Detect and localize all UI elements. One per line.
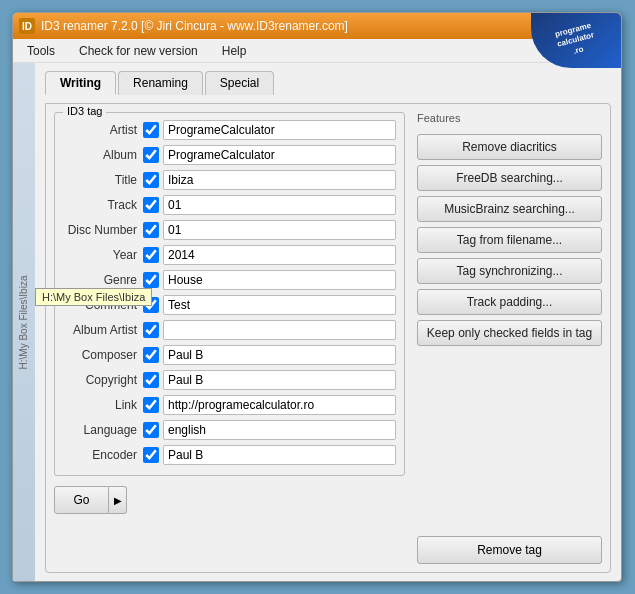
menu-help[interactable]: Help <box>214 42 255 60</box>
field-label-disc-number: Disc Number <box>63 223 143 237</box>
id3-section: ID3 tag ArtistAlbumTitleTrackDisc Number… <box>54 112 405 564</box>
feature-button-1[interactable]: FreeDB searching... <box>417 165 602 191</box>
menu-bar: Tools Check for new version Help <box>13 39 621 63</box>
path-tooltip: H:\My Box Files\Ibiza <box>35 288 152 306</box>
features-label: Features <box>417 112 602 124</box>
field-checkbox-0[interactable] <box>143 122 159 138</box>
field-input-13[interactable] <box>163 445 396 465</box>
field-row: Language <box>63 419 396 441</box>
go-button[interactable]: Go <box>54 486 109 514</box>
feature-button-2[interactable]: MusicBrainz searching... <box>417 196 602 222</box>
tab-special[interactable]: Special <box>205 71 274 95</box>
remove-tag-button[interactable]: Remove tag <box>417 536 602 564</box>
left-strip-path: H:\My Box Files\Ibiza <box>19 275 30 369</box>
field-input-8[interactable] <box>163 320 396 340</box>
field-row: Album Artist <box>63 319 396 341</box>
field-input-4[interactable] <box>163 220 396 240</box>
feature-button-3[interactable]: Tag from filename... <box>417 227 602 253</box>
field-row: Album <box>63 144 396 166</box>
field-checkbox-3[interactable] <box>143 197 159 213</box>
field-input-9[interactable] <box>163 345 396 365</box>
panel-content: ID3 tag ArtistAlbumTitleTrackDisc Number… <box>45 103 611 573</box>
field-label-year: Year <box>63 248 143 262</box>
menu-check-version[interactable]: Check for new version <box>71 42 206 60</box>
feature-button-4[interactable]: Tag synchronizing... <box>417 258 602 284</box>
field-input-5[interactable] <box>163 245 396 265</box>
field-checkbox-12[interactable] <box>143 422 159 438</box>
field-label-composer: Composer <box>63 348 143 362</box>
feature-button-6[interactable]: Keep only checked fields in tag <box>417 320 602 346</box>
field-checkbox-13[interactable] <box>143 447 159 463</box>
field-label-genre: Genre <box>63 273 143 287</box>
field-label-album-artist: Album Artist <box>63 323 143 337</box>
window-title: ID3 renamer 7.2.0 [© Jiri Cincura - www.… <box>41 19 549 33</box>
main-panel: Writing Renaming Special ID3 tag ArtistA… <box>35 63 621 581</box>
left-strip: H:\My Box Files\Ibiza <box>13 63 35 581</box>
field-label-album: Album <box>63 148 143 162</box>
field-row: Composer <box>63 344 396 366</box>
features-section: Features Remove diacriticsFreeDB searchi… <box>417 112 602 564</box>
bottom-bar: Go ▶ <box>54 482 405 514</box>
field-checkbox-10[interactable] <box>143 372 159 388</box>
go-btn-wrapper: Go ▶ <box>54 486 127 514</box>
field-label-language: Language <box>63 423 143 437</box>
field-checkbox-11[interactable] <box>143 397 159 413</box>
field-row: Link <box>63 394 396 416</box>
id3-group-label: ID3 tag <box>63 105 106 117</box>
field-input-11[interactable] <box>163 395 396 415</box>
field-label-artist: Artist <box>63 123 143 137</box>
field-row: Encoder <box>63 444 396 466</box>
field-checkbox-8[interactable] <box>143 322 159 338</box>
field-input-1[interactable] <box>163 145 396 165</box>
field-row: Year <box>63 244 396 266</box>
field-checkbox-5[interactable] <box>143 247 159 263</box>
go-arrow-button[interactable]: ▶ <box>109 486 127 514</box>
field-input-7[interactable] <box>163 295 396 315</box>
field-row: Copyright <box>63 369 396 391</box>
field-checkbox-4[interactable] <box>143 222 159 238</box>
tab-bar: Writing Renaming Special <box>45 71 611 95</box>
field-checkbox-6[interactable] <box>143 272 159 288</box>
feature-button-5[interactable]: Track padding... <box>417 289 602 315</box>
field-label-title: Title <box>63 173 143 187</box>
field-input-6[interactable] <box>163 270 396 290</box>
field-checkbox-9[interactable] <box>143 347 159 363</box>
field-input-10[interactable] <box>163 370 396 390</box>
field-checkbox-2[interactable] <box>143 172 159 188</box>
features-container: Remove diacriticsFreeDB searching...Musi… <box>417 134 602 351</box>
field-label-copyright: Copyright <box>63 373 143 387</box>
field-checkbox-1[interactable] <box>143 147 159 163</box>
watermark-text: programecalculator.ro <box>549 16 603 66</box>
menu-tools[interactable]: Tools <box>19 42 63 60</box>
main-window: programecalculator.ro ID ID3 renamer 7.2… <box>12 12 622 582</box>
content-area: H:\My Box Files\Ibiza H:\My Box Files\Ib… <box>13 63 621 581</box>
field-input-0[interactable] <box>163 120 396 140</box>
field-input-12[interactable] <box>163 420 396 440</box>
field-label-encoder: Encoder <box>63 448 143 462</box>
field-row: Track <box>63 194 396 216</box>
field-row: Artist <box>63 119 396 141</box>
field-input-3[interactable] <box>163 195 396 215</box>
feature-button-0[interactable]: Remove diacritics <box>417 134 602 160</box>
app-icon: ID <box>19 18 35 34</box>
tab-renaming[interactable]: Renaming <box>118 71 203 95</box>
field-label-link: Link <box>63 398 143 412</box>
field-label-track: Track <box>63 198 143 212</box>
title-bar: ID ID3 renamer 7.2.0 [© Jiri Cincura - w… <box>13 13 621 39</box>
field-input-2[interactable] <box>163 170 396 190</box>
field-row: Title <box>63 169 396 191</box>
tab-writing[interactable]: Writing <box>45 71 116 95</box>
field-row: Disc Number <box>63 219 396 241</box>
